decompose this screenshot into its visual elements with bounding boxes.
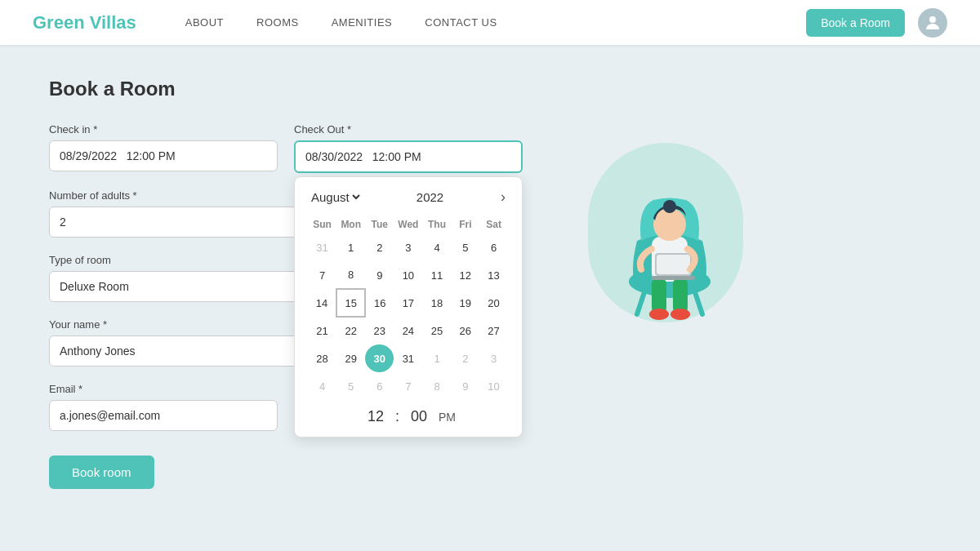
calendar-day[interactable]: 30: [365, 344, 394, 372]
checkout-input[interactable]: [294, 140, 523, 173]
nav: ABOUT ROOMS AMENITIES CONTACT US: [185, 16, 806, 29]
calendar-day[interactable]: 7: [394, 372, 422, 400]
month-select[interactable]: August: [308, 189, 363, 205]
calendar-day[interactable]: 28: [308, 344, 336, 372]
calendar-year: 2022: [416, 190, 443, 204]
calendar-day[interactable]: 14: [308, 289, 336, 317]
calendar-day[interactable]: 4: [308, 372, 336, 400]
calendar-day[interactable]: 18: [423, 289, 452, 317]
calendar-day[interactable]: 8: [423, 372, 452, 400]
calendar-day[interactable]: 19: [452, 289, 480, 317]
calendar-day[interactable]: 3: [394, 233, 422, 261]
calendar-day[interactable]: 15: [336, 289, 365, 317]
calendar-week: 21222324252627: [308, 317, 508, 344]
calendar-day[interactable]: 2: [365, 233, 394, 261]
calendar-day[interactable]: 20: [479, 289, 508, 317]
nav-rooms[interactable]: ROOMS: [256, 16, 299, 29]
checkin-label: Check in *: [49, 123, 278, 136]
ampm-label: PM: [439, 411, 456, 424]
email-group: Email *: [49, 383, 278, 431]
checkin-group: Check in *: [49, 123, 278, 173]
main-content: Book a Room Check in * Check Out * Augus…: [0, 45, 980, 522]
svg-point-11: [670, 309, 690, 320]
day-sun: Sun: [308, 216, 336, 233]
calendar-day[interactable]: 16: [365, 289, 394, 317]
calendar-day[interactable]: 13: [479, 261, 508, 289]
calendar-day[interactable]: 25: [423, 317, 452, 344]
calendar-day[interactable]: 24: [394, 317, 422, 344]
page-title: Book a Room: [49, 78, 523, 100]
header: Green Villas ABOUT ROOMS AMENITIES CONTA…: [0, 0, 980, 45]
calendar-day[interactable]: 8: [336, 261, 365, 289]
date-row: Check in * Check Out * August 2022 ›: [49, 123, 523, 173]
calendar-day[interactable]: 7: [308, 261, 336, 289]
calendar-day[interactable]: 27: [479, 317, 508, 344]
calendar-day[interactable]: 17: [394, 289, 422, 317]
calendar-day[interactable]: 11: [423, 261, 452, 289]
room-illustration: [564, 94, 760, 339]
day-mon: Mon: [336, 216, 365, 233]
time-picker: : PM: [308, 408, 509, 425]
calendar-popup: August 2022 › Sun Mon Tue Wed Thu: [294, 176, 523, 438]
book-a-room-button[interactable]: Book a Room: [806, 9, 905, 37]
next-month-button[interactable]: ›: [497, 189, 509, 206]
time-separator: :: [395, 408, 399, 425]
svg-point-7: [663, 200, 676, 213]
day-sat: Sat: [479, 216, 508, 233]
calendar-week: 14151617181920: [308, 289, 508, 317]
calendar-day[interactable]: 10: [394, 261, 422, 289]
calendar-grid: Sun Mon Tue Wed Thu Fri Sat 311234567891…: [308, 216, 509, 400]
nav-amenities[interactable]: AMENITIES: [332, 16, 393, 29]
calendar-day[interactable]: 26: [452, 317, 480, 344]
svg-rect-13: [657, 255, 690, 274]
avatar[interactable]: [918, 8, 947, 38]
svg-point-10: [649, 309, 669, 320]
calendar-day[interactable]: 6: [365, 372, 394, 400]
calendar-day[interactable]: 10: [479, 372, 508, 400]
calendar-day[interactable]: 9: [452, 372, 480, 400]
calendar-day[interactable]: 29: [336, 344, 365, 372]
calendar-day[interactable]: 12: [452, 261, 480, 289]
calendar-day[interactable]: 22: [336, 317, 365, 344]
calendar-day[interactable]: 5: [336, 372, 365, 400]
illustration: [555, 78, 768, 489]
calendar-day[interactable]: 9: [365, 261, 394, 289]
hour-input[interactable]: [361, 408, 390, 425]
svg-point-0: [929, 16, 936, 23]
calendar-header: August 2022 ›: [308, 189, 509, 206]
checkout-label: Check Out *: [294, 123, 523, 136]
calendar-week: 28293031123: [308, 344, 508, 372]
logo[interactable]: Green Villas: [33, 12, 136, 33]
calendar-week: 31123456: [308, 233, 508, 261]
header-right: Book a Room: [806, 8, 947, 38]
nav-contact[interactable]: CONTACT US: [425, 16, 497, 29]
calendar-day[interactable]: 1: [336, 233, 365, 261]
calendar-day[interactable]: 3: [479, 344, 508, 372]
calendar-body: 3112345678910111213141516171819202122232…: [308, 233, 508, 400]
day-thu: Thu: [423, 216, 452, 233]
calendar-week: 78910111213: [308, 261, 508, 289]
checkout-group: Check Out * August 2022 › Sun: [294, 123, 523, 173]
calendar-day[interactable]: 31: [394, 344, 422, 372]
calendar-day[interactable]: 1: [423, 344, 452, 372]
calendar-day[interactable]: 5: [452, 233, 480, 261]
svg-rect-14: [652, 276, 695, 280]
email-label: Email *: [49, 383, 278, 395]
day-fri: Fri: [452, 216, 480, 233]
calendar-day[interactable]: 4: [423, 233, 452, 261]
calendar-day[interactable]: 23: [365, 317, 394, 344]
calendar-day[interactable]: 21: [308, 317, 336, 344]
email-input[interactable]: [49, 400, 278, 431]
nav-about[interactable]: ABOUT: [185, 16, 224, 29]
calendar-day[interactable]: 6: [479, 233, 508, 261]
day-wed: Wed: [394, 216, 422, 233]
checkin-input[interactable]: [49, 140, 278, 171]
calendar-day[interactable]: 2: [452, 344, 480, 372]
calendar-days-header: Sun Mon Tue Wed Thu Fri Sat: [308, 216, 508, 233]
day-tue: Tue: [365, 216, 394, 233]
booking-form: Book a Room Check in * Check Out * Augus…: [49, 78, 523, 489]
minute-input[interactable]: [404, 408, 434, 425]
book-room-button[interactable]: Book room: [49, 455, 154, 489]
calendar-day[interactable]: 31: [308, 233, 336, 261]
calendar-week: 45678910: [308, 372, 508, 400]
